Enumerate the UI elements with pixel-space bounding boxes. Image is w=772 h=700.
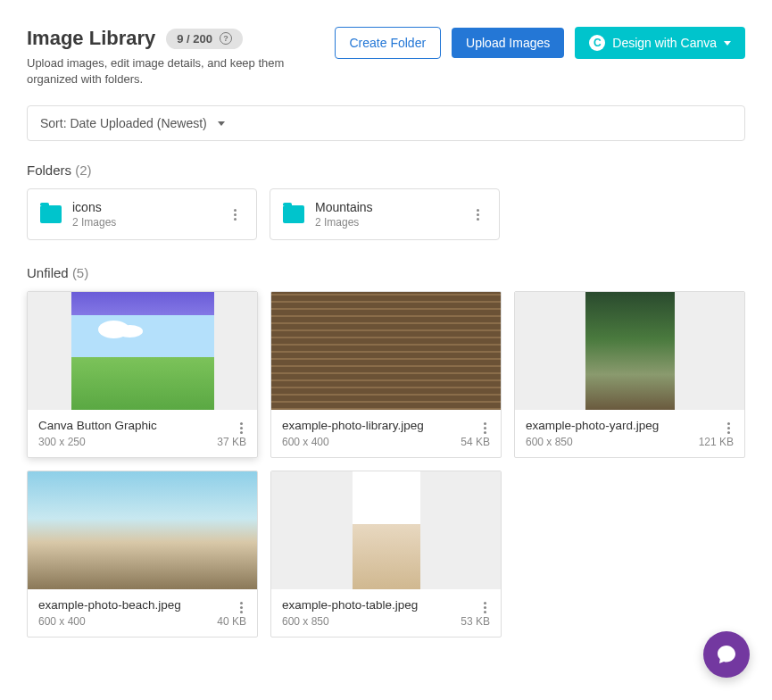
- image-name: example-photo-yard.jpeg: [526, 419, 734, 432]
- image-name: example-photo-library.jpeg: [282, 419, 490, 432]
- image-card[interactable]: example-photo-library.jpeg 600 x 400 54 …: [270, 291, 502, 458]
- folder-name: Mountains: [315, 200, 458, 214]
- image-name: example-photo-beach.jpeg: [38, 598, 246, 612]
- image-count-pill: 9 / 200 ?: [166, 29, 243, 49]
- image-dimensions: 300 x 250: [38, 436, 86, 448]
- image-name: Canva Button Graphic: [38, 419, 246, 432]
- image-size: 37 KB: [217, 436, 246, 448]
- image-size: 53 KB: [461, 615, 490, 628]
- image-dimensions: 600 x 400: [282, 436, 329, 448]
- chevron-down-icon: [724, 41, 731, 46]
- page-subtitle: Upload images, edit image details, and k…: [27, 55, 335, 88]
- folders-count: (2): [75, 162, 91, 178]
- image-count-text: 9 / 200: [177, 32, 212, 46]
- image-thumbnail: [271, 292, 501, 410]
- folder-icon: [40, 205, 62, 223]
- sort-dropdown[interactable]: Sort: Date Uploaded (Newest): [27, 105, 745, 141]
- image-size: 40 KB: [217, 615, 246, 628]
- image-size: 54 KB: [461, 436, 490, 448]
- design-with-canva-button[interactable]: C Design with Canva: [575, 27, 745, 59]
- more-icon[interactable]: [719, 419, 737, 437]
- image-dimensions: 600 x 850: [282, 615, 329, 628]
- canva-button-label: Design with Canva: [612, 36, 717, 50]
- more-icon[interactable]: [476, 598, 494, 616]
- more-icon[interactable]: [232, 598, 250, 616]
- image-card[interactable]: C Canva Button Graphic 300 x 250 37 KB: [27, 291, 258, 458]
- image-dimensions: 600 x 850: [526, 436, 573, 448]
- folder-card[interactable]: Mountains 2 Images: [270, 188, 500, 240]
- folder-icon: [283, 205, 304, 223]
- image-name: example-photo-table.jpeg: [282, 598, 490, 612]
- page-title: Image Library: [27, 27, 155, 50]
- folder-card[interactable]: icons 2 Images: [27, 188, 257, 240]
- more-icon[interactable]: [232, 419, 250, 437]
- sort-label: Sort: Date Uploaded (Newest): [40, 116, 207, 130]
- image-thumbnail: [515, 292, 744, 410]
- image-thumbnail: [271, 471, 501, 589]
- folder-meta: 2 Images: [72, 216, 215, 229]
- folders-section-title: Folders (2): [27, 162, 745, 178]
- folders-title-text: Folders: [27, 162, 71, 178]
- image-thumbnail: [28, 471, 257, 589]
- folder-meta: 2 Images: [315, 216, 458, 229]
- unfiled-count: (5): [72, 265, 88, 280]
- unfiled-section-title: Unfiled (5): [27, 265, 745, 280]
- upload-images-button[interactable]: Upload Images: [452, 28, 564, 58]
- unfiled-title-text: Unfiled: [27, 265, 69, 280]
- image-card[interactable]: example-photo-table.jpeg 600 x 850 53 KB: [270, 471, 502, 638]
- chevron-down-icon: [218, 121, 225, 126]
- folder-name: icons: [72, 200, 215, 214]
- image-dimensions: 600 x 400: [38, 615, 86, 628]
- more-icon[interactable]: [469, 205, 486, 223]
- create-folder-button[interactable]: Create Folder: [335, 27, 442, 59]
- more-icon[interactable]: [226, 205, 244, 223]
- image-card[interactable]: example-photo-beach.jpeg 600 x 400 40 KB: [27, 471, 258, 638]
- chat-icon: [716, 644, 737, 664]
- more-icon[interactable]: [476, 419, 494, 437]
- canva-logo-icon: C: [589, 35, 605, 51]
- image-card[interactable]: example-photo-yard.jpeg 600 x 850 121 KB: [514, 291, 745, 458]
- image-thumbnail: [28, 292, 257, 410]
- image-size: 121 KB: [699, 436, 734, 448]
- help-icon[interactable]: ?: [220, 32, 232, 45]
